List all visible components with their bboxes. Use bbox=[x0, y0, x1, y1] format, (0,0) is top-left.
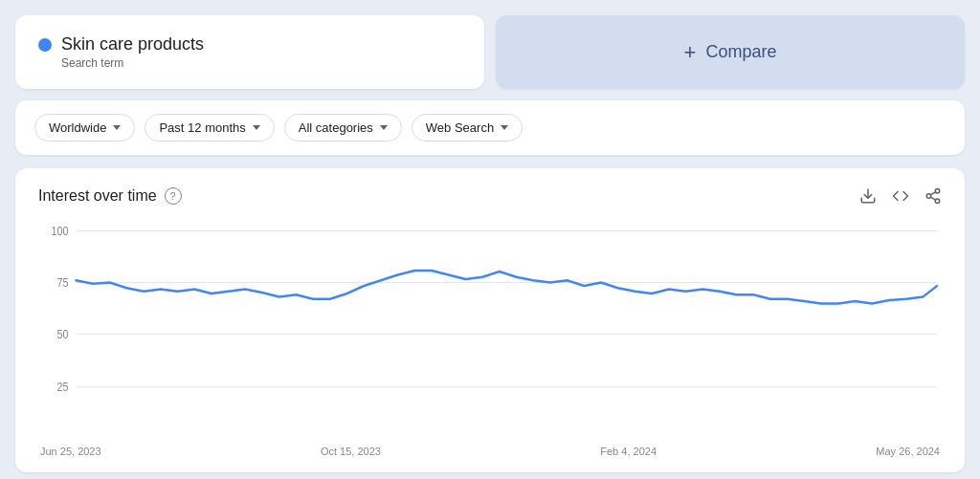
svg-text:50: 50 bbox=[56, 327, 68, 340]
svg-text:25: 25 bbox=[56, 381, 68, 394]
x-label-4: May 26, 2024 bbox=[876, 446, 940, 457]
x-label-1: Jun 25, 2023 bbox=[40, 446, 101, 457]
chart-title-group: Interest over time ? bbox=[38, 187, 182, 205]
svg-line-5 bbox=[930, 192, 935, 195]
chart-header: Interest over time ? bbox=[38, 187, 942, 205]
filter-category-chevron bbox=[380, 125, 388, 130]
chart-title: Interest over time bbox=[38, 187, 157, 205]
search-term-title: Skin care products bbox=[61, 34, 204, 54]
compare-label: Compare bbox=[705, 42, 776, 62]
help-icon[interactable]: ? bbox=[165, 187, 182, 205]
top-section: Skin care products Search term + Compare bbox=[15, 15, 965, 89]
filter-region[interactable]: Worldwide bbox=[34, 114, 135, 142]
search-term-subtitle: Search term bbox=[61, 56, 461, 70]
filters-bar: Worldwide Past 12 months All categories … bbox=[15, 100, 965, 155]
filter-time-chevron bbox=[253, 125, 260, 130]
svg-text:75: 75 bbox=[56, 275, 68, 289]
filter-search-type-chevron bbox=[501, 125, 508, 130]
filter-region-label: Worldwide bbox=[49, 120, 106, 135]
download-button[interactable] bbox=[859, 187, 877, 205]
x-labels: Jun 25, 2023 Oct 15, 2023 Feb 4, 2024 Ma… bbox=[38, 440, 942, 457]
svg-line-4 bbox=[930, 197, 935, 200]
search-term-card: Skin care products Search term bbox=[15, 15, 484, 89]
chart-svg: 100 75 50 25 bbox=[38, 220, 942, 440]
filter-time-label: Past 12 months bbox=[159, 120, 245, 135]
filter-category[interactable]: All categories bbox=[284, 114, 402, 142]
svg-text:100: 100 bbox=[51, 224, 68, 237]
share-button[interactable] bbox=[924, 187, 942, 205]
chart-area: 100 75 50 25 bbox=[38, 220, 942, 440]
chart-actions bbox=[859, 187, 942, 205]
compare-inner: + Compare bbox=[684, 40, 777, 65]
x-label-2: Oct 15, 2023 bbox=[321, 446, 381, 457]
compare-card[interactable]: + Compare bbox=[496, 15, 965, 89]
embed-button[interactable] bbox=[892, 187, 909, 205]
filter-search-type-label: Web Search bbox=[426, 120, 494, 135]
filter-search-type[interactable]: Web Search bbox=[412, 114, 523, 142]
filter-time[interactable]: Past 12 months bbox=[145, 114, 274, 142]
filter-region-chevron bbox=[113, 125, 121, 130]
compare-plus-icon: + bbox=[684, 40, 697, 65]
filter-category-label: All categories bbox=[299, 120, 373, 135]
chart-line bbox=[76, 271, 937, 304]
search-term-header: Skin care products bbox=[38, 34, 461, 54]
chart-card: Interest over time ? bbox=[15, 168, 965, 472]
x-label-3: Feb 4, 2024 bbox=[600, 446, 657, 457]
search-term-dot bbox=[38, 38, 52, 52]
